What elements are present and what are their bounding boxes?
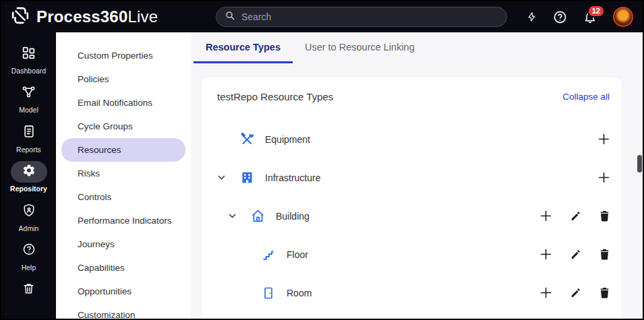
model-icon [22, 85, 36, 102]
tree-item-label: Infrastructure [265, 172, 320, 183]
sidebar-item-model[interactable]: Model [1, 82, 56, 121]
sidebar-item-dashboard[interactable]: Dashboard [1, 43, 56, 82]
sidebar-item-reports[interactable]: Reports [1, 122, 56, 161]
lightning-icon[interactable] [527, 10, 537, 24]
submenu-item-cycle-groups[interactable]: Cycle Groups [61, 115, 185, 138]
search-icon [225, 10, 235, 24]
repository-submenu: Custom Properties Policies Email Notific… [56, 32, 191, 319]
sidebar-item-label: Repository [10, 185, 47, 193]
sidebar-item-trash[interactable] [1, 280, 56, 319]
global-search[interactable] [216, 7, 507, 27]
sidebar-item-help[interactable]: Help [1, 240, 56, 279]
edit-pencil-icon[interactable] [570, 211, 581, 221]
tab-bar: Resource Types User to Resource Linking [191, 32, 643, 63]
topbar-actions: 12 [527, 7, 643, 27]
sidebar-item-admin[interactable]: Admin [1, 201, 56, 240]
submenu-item-policies[interactable]: Policies [61, 67, 185, 91]
stairs-icon [261, 248, 276, 261]
home-icon [250, 209, 265, 223]
tree-item-label: Building [276, 211, 310, 222]
add-button[interactable] [598, 133, 610, 145]
main-content: Resource Types User to Resource Linking … [191, 32, 643, 319]
delete-trash-icon[interactable] [599, 287, 610, 298]
tools-icon [239, 132, 254, 147]
app-logo[interactable]: Process360Live [1, 5, 216, 28]
door-icon [261, 286, 276, 300]
sidebar-item-label: Model [19, 106, 38, 114]
submenu-item-risks[interactable]: Risks [61, 162, 185, 185]
resource-tree: Equipment [217, 120, 610, 312]
submenu-item-performance-indicators[interactable]: Performance Indicators [61, 209, 185, 232]
office-building-icon [239, 170, 254, 185]
brand-light: Live [127, 7, 158, 26]
resource-types-card: testRepo Resource Types Collapse all [201, 77, 622, 319]
help-icon [22, 243, 36, 259]
brand-text: Process360Live [36, 7, 158, 26]
edit-pencil-icon[interactable] [570, 249, 581, 259]
search-input[interactable] [241, 11, 498, 22]
notification-badge: 12 [587, 5, 605, 18]
avatar[interactable] [613, 7, 633, 27]
scrollbar-thumb[interactable] [637, 155, 642, 172]
tree-row-building[interactable]: Building [217, 197, 610, 235]
chevron-down-icon[interactable] [228, 212, 250, 220]
collapse-all-link[interactable]: Collapse all [562, 92, 610, 102]
sidebar: Dashboard Model Reports [1, 32, 56, 319]
sidebar-item-repository[interactable]: Repository [1, 161, 56, 200]
add-button[interactable] [540, 249, 552, 260]
tree-row-room[interactable]: Room [217, 274, 610, 312]
tree-row-equipment[interactable]: Equipment [217, 120, 610, 158]
trash-icon [22, 282, 35, 298]
tree-row-infrastructure[interactable]: Infrastructure [217, 158, 610, 197]
bell-icon[interactable]: 12 [583, 10, 597, 24]
add-button[interactable] [540, 210, 552, 222]
sidebar-item-label: Admin [19, 224, 39, 232]
submenu-item-customization[interactable]: Customization [61, 303, 185, 320]
chevron-down-icon[interactable] [217, 173, 239, 182]
topbar: Process360Live [1, 1, 643, 32]
shield-icon [22, 203, 36, 220]
submenu-item-opportunities[interactable]: Opportunities [61, 280, 185, 303]
delete-trash-icon[interactable] [599, 249, 610, 260]
edit-pencil-icon[interactable] [570, 288, 581, 298]
sidebar-item-label: Help [22, 263, 36, 271]
brand-bold: Process360 [36, 7, 127, 26]
submenu-item-resources[interactable]: Resources [61, 138, 185, 162]
gear-icon [22, 164, 36, 180]
submenu-item-email-notifications[interactable]: Email Notifications [61, 91, 185, 115]
dashboard-icon [22, 46, 36, 63]
tree-row-floor[interactable]: Floor [217, 235, 610, 274]
help-circle-icon[interactable] [553, 10, 567, 24]
submenu-item-journeys[interactable]: Journeys [61, 232, 185, 256]
sidebar-item-label: Reports [16, 146, 41, 154]
add-button[interactable] [598, 172, 610, 183]
tab-resource-types[interactable]: Resource Types [194, 32, 293, 63]
submenu-item-controls[interactable]: Controls [61, 185, 185, 209]
sidebar-item-label: Dashboard [11, 67, 46, 75]
tree-item-label: Room [287, 288, 312, 298]
add-button[interactable] [540, 287, 552, 298]
tab-user-to-resource-linking[interactable]: User to Resource Linking [293, 32, 427, 63]
tree-item-label: Equipment [265, 134, 310, 145]
reports-icon [22, 125, 36, 141]
process360-logo-icon [10, 5, 30, 28]
submenu-item-custom-properties[interactable]: Custom Properties [61, 44, 185, 67]
tree-item-label: Floor [287, 249, 308, 260]
submenu-item-capabilities[interactable]: Capabilities [61, 256, 185, 280]
delete-trash-icon[interactable] [599, 210, 610, 222]
app-window: Process360Live [0, 0, 644, 320]
card-title: testRepo Resource Types [217, 91, 333, 102]
